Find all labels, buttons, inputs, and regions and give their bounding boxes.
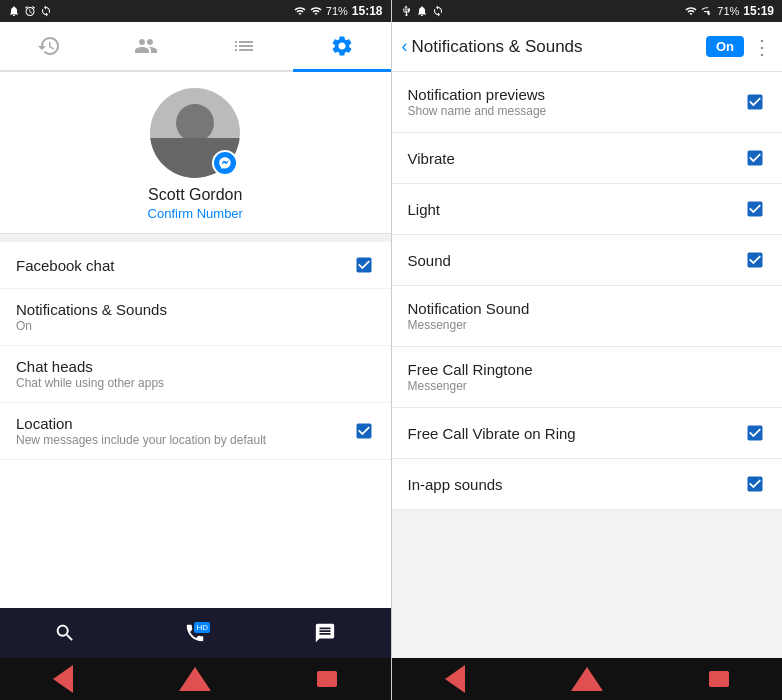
item-light[interactable]: Light (392, 184, 783, 235)
tab-settings[interactable] (293, 22, 391, 70)
profile-name: Scott Gordon (148, 186, 242, 204)
signal-icon (310, 5, 322, 17)
settings-item-notifications[interactable]: Notifications & Sounds On (0, 289, 391, 346)
facebook-chat-label: Facebook chat (16, 257, 353, 274)
item-free-call-ringtone[interactable]: Free Call Ringtone Messenger (392, 347, 783, 408)
nav-tabs (0, 22, 391, 72)
sound-check (744, 249, 766, 271)
tab-recent[interactable] (0, 22, 98, 70)
battery-pct: 71% (326, 5, 348, 17)
settings-list: Facebook chat Notifications & Sounds On … (0, 242, 391, 608)
status-icons-right (400, 5, 444, 17)
android-nav-right (392, 658, 783, 700)
free-call-vibrate-label: Free Call Vibrate on Ring (408, 425, 745, 442)
wifi-icon-right (685, 5, 697, 17)
signal-icon-right (701, 5, 713, 17)
in-app-sounds-check (744, 473, 766, 495)
status-time-right: 15:19 (743, 4, 774, 18)
notification-sound-label: Notification Sound (408, 300, 767, 317)
profile-link[interactable]: Confirm Number (148, 206, 243, 221)
notifications-sub: On (16, 319, 375, 333)
home-button-left[interactable] (179, 667, 211, 691)
notification-previews-sub: Show name and message (408, 104, 745, 118)
status-icons-left (8, 5, 52, 17)
location-sub: New messages include your location by de… (16, 433, 353, 447)
battery-pct-right: 71% (717, 5, 739, 17)
vibrate-check (744, 147, 766, 169)
vibrate-label: Vibrate (408, 150, 745, 167)
right-panel: 71% 15:19 ‹ Notifications & Sounds On ⋮ … (392, 0, 783, 700)
tab-list[interactable] (195, 22, 293, 70)
location-label: Location (16, 415, 353, 432)
item-vibrate[interactable]: Vibrate (392, 133, 783, 184)
wifi-icon (294, 5, 306, 17)
item-in-app-sounds[interactable]: In-app sounds (392, 459, 783, 510)
item-notification-sound[interactable]: Notification Sound Messenger (392, 286, 783, 347)
alarm-icon (24, 5, 36, 17)
on-badge[interactable]: On (706, 36, 744, 57)
status-bar-left: 71% 15:18 (0, 0, 391, 22)
tab-contacts[interactable] (98, 22, 196, 70)
sync-icon-right (432, 5, 444, 17)
status-time-left: 15:18 (352, 4, 383, 18)
back-arrow[interactable]: ‹ (402, 36, 408, 57)
back-button-right[interactable] (445, 665, 465, 693)
back-button-left[interactable] (53, 665, 73, 693)
bottom-chat[interactable] (260, 608, 390, 658)
chat-heads-sub: Chat while using other apps (16, 376, 375, 390)
settings-item-chat-heads[interactable]: Chat heads Chat while using other apps (0, 346, 391, 403)
free-call-ringtone-label: Free Call Ringtone (408, 361, 767, 378)
notification-previews-label: Notification previews (408, 86, 745, 103)
item-notification-previews[interactable]: Notification previews Show name and mess… (392, 72, 783, 133)
recents-button-left[interactable] (317, 671, 337, 687)
notifications-label: Notifications & Sounds (16, 301, 375, 318)
avatar (150, 88, 240, 178)
settings-item-facebook-chat[interactable]: Facebook chat (0, 242, 391, 289)
notification-sound-sub: Messenger (408, 318, 767, 332)
facebook-chat-check (353, 254, 375, 276)
status-bar-right: 71% 15:19 (392, 0, 783, 22)
header-title: Notifications & Sounds (412, 37, 706, 57)
home-button-right[interactable] (571, 667, 603, 691)
profile-section: Scott Gordon Confirm Number (0, 72, 391, 234)
sync-icon (40, 5, 52, 17)
location-check (353, 420, 375, 442)
bottom-nav-left: HD (0, 608, 391, 658)
right-settings-list: Notification previews Show name and mess… (392, 72, 783, 658)
free-call-vibrate-check (744, 422, 766, 444)
free-call-ringtone-sub: Messenger (408, 379, 767, 393)
left-panel: 71% 15:18 Scott Gordon Confirm Number (0, 0, 392, 700)
settings-item-location[interactable]: Location New messages include your locat… (0, 403, 391, 460)
light-label: Light (408, 201, 745, 218)
notification-icon-right (416, 5, 428, 17)
right-header: ‹ Notifications & Sounds On ⋮ (392, 22, 783, 72)
notification-previews-check (744, 91, 766, 113)
messenger-badge (212, 150, 238, 176)
status-right-left: 71% 15:18 (294, 4, 383, 18)
chat-heads-label: Chat heads (16, 358, 375, 375)
bottom-call[interactable]: HD (130, 608, 260, 658)
sound-label: Sound (408, 252, 745, 269)
status-right-right: 71% 15:19 (685, 4, 774, 18)
android-nav-left (0, 658, 391, 700)
light-check (744, 198, 766, 220)
more-options-icon[interactable]: ⋮ (752, 35, 772, 59)
usb-icon (400, 5, 412, 17)
bottom-search[interactable] (0, 608, 130, 658)
in-app-sounds-label: In-app sounds (408, 476, 745, 493)
notification-icon (8, 5, 20, 17)
item-sound[interactable]: Sound (392, 235, 783, 286)
item-free-call-vibrate[interactable]: Free Call Vibrate on Ring (392, 408, 783, 459)
recents-button-right[interactable] (709, 671, 729, 687)
